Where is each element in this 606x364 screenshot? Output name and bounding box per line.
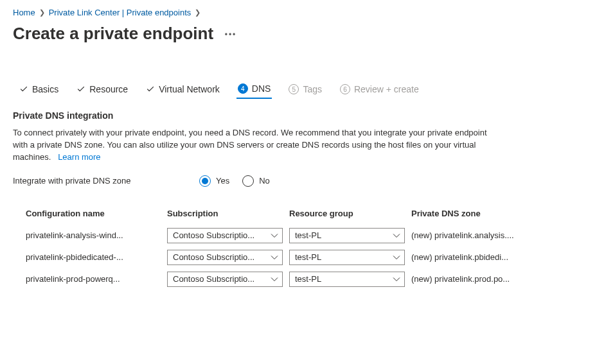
tab-dns[interactable]: 4 DNS xyxy=(236,81,272,99)
subscription-select[interactable]: Contoso Subscriptio... xyxy=(167,272,283,287)
more-actions-icon[interactable]: ••• xyxy=(225,30,237,39)
chevron-down-icon xyxy=(393,232,400,239)
select-value: test-PL xyxy=(295,230,321,240)
integrate-dns-radio-group: Yes No xyxy=(199,175,270,187)
chevron-down-icon xyxy=(393,275,400,283)
tab-label: Resource xyxy=(89,84,128,94)
config-name-cell: privatelink-pbidedicated-... xyxy=(26,252,161,262)
dns-zone-cell: (new) privatelink.analysis.... xyxy=(411,230,546,240)
check-icon xyxy=(19,85,28,94)
config-name-cell: privatelink-prod-powerq... xyxy=(26,274,161,284)
section-description: To connect privately with your private e… xyxy=(13,127,488,164)
chevron-right-icon: ❯ xyxy=(39,8,45,17)
table-row: privatelink-prod-powerq... Contoso Subsc… xyxy=(26,268,591,290)
tab-label: DNS xyxy=(252,83,271,94)
table-row: privatelink-pbidedicated-... Contoso Sub… xyxy=(26,247,591,268)
tab-tags[interactable]: 5 Tags xyxy=(287,82,323,98)
chevron-right-icon: ❯ xyxy=(195,8,201,17)
radio-no[interactable]: No xyxy=(242,175,270,187)
config-name-cell: privatelink-analysis-wind... xyxy=(26,230,161,240)
integrate-dns-label: Integrate with private DNS zone xyxy=(13,176,180,186)
step-number-badge: 5 xyxy=(289,84,299,94)
tab-label: Tags xyxy=(303,84,322,94)
wizard-tabs: Basics Resource Virtual Network 4 DNS 5 … xyxy=(18,81,593,99)
col-header-config-name: Configuration name xyxy=(26,209,161,218)
subscription-select[interactable]: Contoso Subscriptio... xyxy=(167,228,283,243)
tab-label: Basics xyxy=(32,84,58,94)
tab-label: Virtual Network xyxy=(159,84,220,94)
chevron-down-icon xyxy=(271,254,278,261)
radio-icon xyxy=(199,175,211,187)
tab-label: Review + create xyxy=(354,84,419,94)
radio-yes[interactable]: Yes xyxy=(199,175,229,187)
breadcrumb-private-link-center[interactable]: Private Link Center | Private endpoints xyxy=(49,8,192,17)
select-value: test-PL xyxy=(295,274,321,284)
section-title-dns-integration: Private DNS integration xyxy=(13,110,593,121)
subscription-select[interactable]: Contoso Subscriptio... xyxy=(167,250,283,265)
dns-zone-cell: (new) privatelink.pbidedi... xyxy=(411,252,546,262)
select-value: test-PL xyxy=(295,252,321,262)
radio-icon xyxy=(242,175,254,187)
tab-resource[interactable]: Resource xyxy=(75,82,129,98)
resource-group-select[interactable]: test-PL xyxy=(289,272,405,287)
step-number-badge: 4 xyxy=(238,83,248,94)
tab-review-create[interactable]: 6 Review + create xyxy=(339,82,420,98)
col-header-resource-group: Resource group xyxy=(289,209,405,218)
col-header-private-dns-zone: Private DNS zone xyxy=(411,209,546,218)
tab-virtual-network[interactable]: Virtual Network xyxy=(145,82,221,98)
select-value: Contoso Subscriptio... xyxy=(173,252,254,262)
tab-basics[interactable]: Basics xyxy=(18,82,60,98)
chevron-down-icon xyxy=(393,254,400,261)
resource-group-select[interactable]: test-PL xyxy=(289,228,405,243)
table-row: privatelink-analysis-wind... Contoso Sub… xyxy=(26,225,591,247)
chevron-down-icon xyxy=(271,232,278,239)
breadcrumb: Home ❯ Private Link Center | Private end… xyxy=(13,5,593,21)
col-header-subscription: Subscription xyxy=(167,209,283,218)
chevron-down-icon xyxy=(271,275,278,283)
check-icon xyxy=(76,85,85,94)
check-icon xyxy=(146,85,155,94)
step-number-badge: 6 xyxy=(340,84,350,94)
select-value: Contoso Subscriptio... xyxy=(173,274,254,284)
breadcrumb-home[interactable]: Home xyxy=(13,8,35,17)
select-value: Contoso Subscriptio... xyxy=(173,230,254,240)
resource-group-select[interactable]: test-PL xyxy=(289,250,405,265)
page-title: Create a private endpoint xyxy=(13,24,213,44)
dns-config-table: Configuration name Subscription Resource… xyxy=(26,204,591,290)
dns-zone-cell: (new) privatelink.prod.po... xyxy=(411,274,546,284)
radio-label: No xyxy=(259,176,270,186)
radio-label: Yes xyxy=(216,176,229,186)
learn-more-link[interactable]: Learn more xyxy=(58,152,100,162)
